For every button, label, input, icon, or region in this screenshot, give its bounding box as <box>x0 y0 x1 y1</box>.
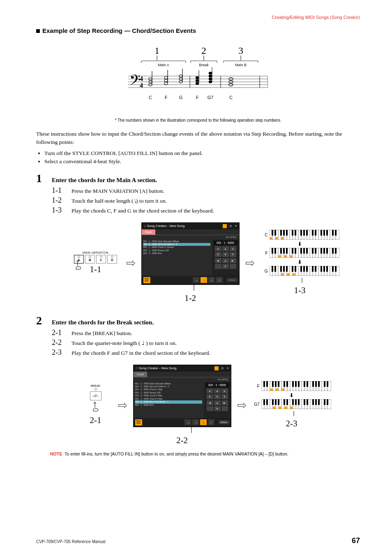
substep-number: 2-2 <box>52 338 71 347</box>
variation-b-button[interactable]: B <box>85 255 95 264</box>
down-button[interactable]: ▼ <box>221 394 228 399</box>
svg-rect-183 <box>293 273 295 276</box>
break-panel: BREAK ⁠–//– <box>79 384 112 414</box>
next-button[interactable]: ▶ <box>230 258 236 263</box>
chord-tab[interactable]: Chord <box>134 372 148 377</box>
eighth-note-button[interactable]: ♪ <box>216 277 223 283</box>
svg-rect-120 <box>272 248 273 254</box>
delete-button[interactable]: Delete <box>227 278 238 282</box>
keyboard-caption: 1-3 <box>261 285 339 296</box>
screenshot-caption: 1-2 <box>141 293 240 303</box>
step-rec-button[interactable]: Step Rec <box>135 419 142 426</box>
svg-rect-135 <box>332 248 334 254</box>
screenshot-caption: 2-2 <box>133 435 231 446</box>
meta-info: 4/4 2PPQ <box>134 377 231 382</box>
save-icon[interactable] <box>223 224 227 228</box>
svg-rect-219 <box>298 381 300 387</box>
prev-button[interactable]: ◀ <box>215 258 221 263</box>
svg-rect-177 <box>323 266 325 272</box>
menu-icon[interactable]: ▤ <box>221 367 224 370</box>
svg-rect-175 <box>315 266 316 272</box>
svg-rect-221 <box>307 381 308 387</box>
note-text: NOTETo enter fill-ins, turn the [AUTO FI… <box>50 451 360 456</box>
svg-point-33 <box>196 82 199 85</box>
half-note-button[interactable]: 𝅗𝅥 <box>201 277 207 283</box>
up-button[interactable]: ▲ <box>230 246 236 251</box>
svg-rect-90 <box>326 230 328 236</box>
song-creator-screenshot: ♫ Song Creator - New Song ▤✕ Chord 4/4 2… <box>141 222 240 285</box>
svg-rect-211 <box>266 381 268 387</box>
svg-rect-272 <box>279 407 281 409</box>
svg-rect-213 <box>275 381 277 387</box>
up-button[interactable]: ▲ <box>222 246 229 251</box>
svg-rect-181 <box>281 273 284 276</box>
event-list[interactable]: 001 : 1 : 0000 Style Standard 8Beat 001 … <box>142 239 212 276</box>
whole-note-button[interactable]: 𝅝 <box>184 419 191 425</box>
svg-rect-173 <box>306 266 308 272</box>
svg-rect-261 <box>292 399 294 405</box>
up-button[interactable]: ▲ <box>221 388 228 393</box>
list-row: 003 : 1 : 0000 End <box>143 252 210 255</box>
up-button[interactable]: ▲ <box>214 388 221 393</box>
svg-rect-95 <box>281 237 284 240</box>
step-number: 2 <box>36 314 52 327</box>
svg-rect-270 <box>327 399 328 405</box>
up-button[interactable]: ▲ <box>214 400 221 405</box>
list-row: 001 : 1 : 0000 Style Standard 8Beat <box>143 240 210 243</box>
down-button[interactable]: ▼ <box>222 252 229 257</box>
close-icon[interactable]: ✕ <box>226 367 229 370</box>
keyboard-icon <box>261 399 331 409</box>
down-button[interactable]: ▼ <box>214 394 221 399</box>
down-arrow-icon: ⬇ <box>261 241 339 247</box>
svg-text:𝄢: 𝄢 <box>129 72 141 91</box>
arrow-icon: ⇨ <box>126 256 136 270</box>
svg-rect-223 <box>315 381 317 387</box>
svg-rect-124 <box>286 248 288 254</box>
close-icon[interactable]: ✕ <box>235 224 237 228</box>
svg-rect-86 <box>312 230 314 236</box>
svg-point-25 <box>164 82 168 85</box>
down-button[interactable]: ▼ <box>207 394 213 399</box>
svg-point-35 <box>196 76 199 79</box>
quarter-note-button[interactable]: ♩ <box>208 277 215 283</box>
next-button[interactable]: ▶ <box>221 400 228 405</box>
down-button[interactable]: ▼ <box>214 406 221 411</box>
menu-icon[interactable]: ▤ <box>229 224 232 228</box>
down-button[interactable]: ▼ <box>222 264 229 269</box>
event-list[interactable]: 001 : 1 : 0000 Style Standard 8Beat 001 … <box>134 382 204 418</box>
whole-note-button[interactable]: 𝅝 <box>193 277 199 283</box>
svg-rect-255 <box>266 399 268 405</box>
svg-point-38 <box>209 78 212 80</box>
up-button[interactable]: ▲ <box>222 258 229 263</box>
delete-button[interactable]: Delete <box>219 420 229 424</box>
svg-rect-165 <box>274 266 276 272</box>
section-heading: Example of Step Recording — Chord/Sectio… <box>36 27 360 34</box>
quarter-note-button[interactable]: ♩ <box>200 419 207 425</box>
up-button[interactable]: ▲ <box>207 388 213 393</box>
svg-text:F: F <box>165 95 168 100</box>
half-note-button[interactable]: 𝅗𝅥 <box>192 419 199 425</box>
break-button[interactable]: ⁠–//– <box>90 391 101 400</box>
list-row: 001 : 1 : 0000 Sect M A Main A : 4 <box>135 385 202 388</box>
variation-d-button[interactable]: D <box>107 255 117 264</box>
svg-rect-264 <box>304 399 305 405</box>
variation-c-button[interactable]: C <box>96 255 106 264</box>
chord-label: G <box>261 269 268 273</box>
keyboard-icon <box>270 266 339 276</box>
chord-tab[interactable]: Chord <box>142 229 156 235</box>
svg-rect-178 <box>326 266 328 272</box>
svg-rect-269 <box>324 399 325 405</box>
down-button[interactable]: ▼ <box>215 252 221 257</box>
down-arrow-icon: ⬇ <box>252 392 331 399</box>
save-icon[interactable] <box>214 366 219 370</box>
down-button[interactable]: ▼ <box>230 252 236 257</box>
eighth-note-button[interactable]: ♪ <box>208 419 214 425</box>
svg-rect-176 <box>321 266 322 272</box>
svg-rect-125 <box>292 248 293 254</box>
step-rec-button[interactable]: Step Rec <box>143 277 150 283</box>
panel-caption: 2-1 <box>79 415 112 426</box>
up-button[interactable]: ▲ <box>215 246 221 251</box>
svg-rect-88 <box>321 230 322 236</box>
substep-number: 2-3 <box>52 348 71 357</box>
prev-button[interactable]: ◀ <box>207 400 213 405</box>
